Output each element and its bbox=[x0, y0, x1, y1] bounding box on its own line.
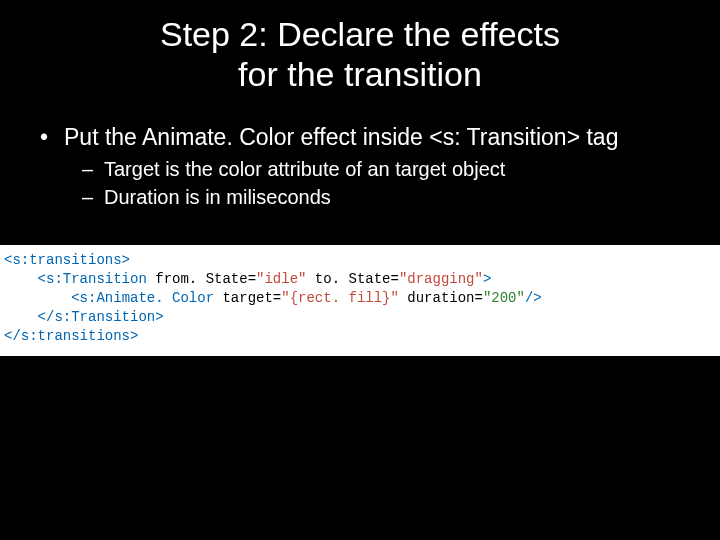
code-tag: <s:Animate. Color bbox=[71, 290, 214, 306]
code-attr: duration= bbox=[399, 290, 483, 306]
bullet-level-2: Target is the color attribute of an targ… bbox=[30, 156, 690, 182]
bullet-level-1: Put the Animate. Color effect inside <s:… bbox=[30, 122, 690, 152]
title-line-1: Step 2: Declare the effects bbox=[160, 15, 560, 53]
code-string: "idle" bbox=[256, 271, 306, 287]
code-tag: <s:transitions> bbox=[4, 252, 130, 268]
code-snippet: <s:transitions> <s:Transition from. Stat… bbox=[0, 245, 720, 356]
title-line-2: for the transition bbox=[238, 55, 482, 93]
code-attr: target= bbox=[214, 290, 281, 306]
code-string: "{rect. fill}" bbox=[281, 290, 399, 306]
code-indent bbox=[4, 271, 38, 287]
slide-body: Put the Animate. Color effect inside <s:… bbox=[30, 122, 690, 210]
code-tag: <s:Transition bbox=[38, 271, 147, 287]
code-tag: </s:Transition> bbox=[38, 309, 164, 325]
code-tag: /> bbox=[525, 290, 542, 306]
slide-title: Step 2: Declare the effects for the tran… bbox=[0, 14, 720, 94]
code-string: "dragging" bbox=[399, 271, 483, 287]
bullet-level-2: Duration is in miliseconds bbox=[30, 184, 690, 210]
slide: Step 2: Declare the effects for the tran… bbox=[0, 0, 720, 540]
code-attr: from. State= bbox=[147, 271, 256, 287]
code-number: "200" bbox=[483, 290, 525, 306]
code-indent bbox=[4, 309, 38, 325]
code-tag: </s:transitions> bbox=[4, 328, 138, 344]
code-indent bbox=[4, 290, 71, 306]
code-tag: > bbox=[483, 271, 491, 287]
code-attr: to. State= bbox=[306, 271, 398, 287]
